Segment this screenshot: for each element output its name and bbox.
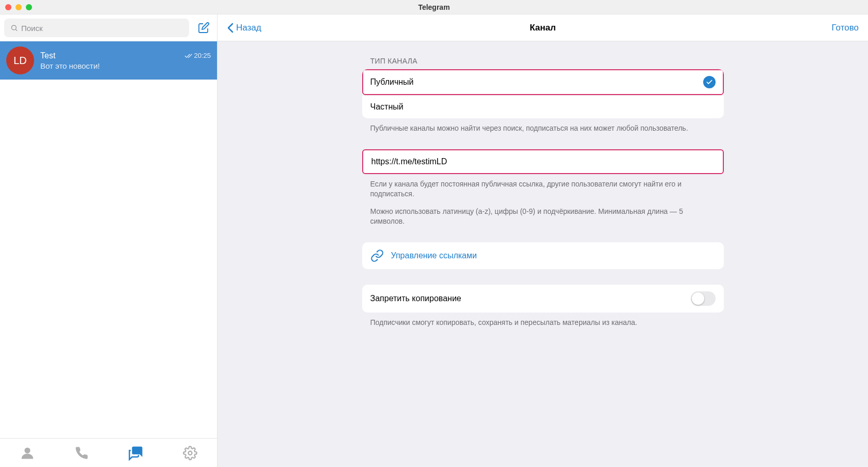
channel-link-row[interactable] xyxy=(363,150,723,173)
sidebar: LD Test 20:25 Вот это новости! xyxy=(0,14,218,467)
window-title: Telegram xyxy=(418,3,450,11)
done-button[interactable]: Готово xyxy=(832,23,859,33)
person-icon xyxy=(20,445,35,461)
chat-time-text: 20:25 xyxy=(194,52,211,59)
svg-point-2 xyxy=(24,447,30,453)
chat-texts: Test 20:25 Вот это новости! xyxy=(40,51,211,70)
link-helper-2: Можно использовать латиницу (a-z), цифры… xyxy=(362,199,724,227)
channel-type-card: Публичный Частный xyxy=(362,69,724,118)
gear-icon xyxy=(183,446,197,460)
chat-list: LD Test 20:25 Вот это новости! xyxy=(0,41,217,438)
content-pane: Назад Канал Готово ТИП КАНАЛА Публичный … xyxy=(218,14,868,467)
search-input[interactable] xyxy=(21,24,183,33)
channel-type-helper: Публичные каналы можно найти через поиск… xyxy=(362,118,724,134)
link-card xyxy=(362,149,724,174)
tab-contacts[interactable] xyxy=(0,439,54,467)
sidebar-bottom-tabs xyxy=(0,438,217,467)
chat-title: Test xyxy=(40,51,55,60)
chat-time: 20:25 xyxy=(184,52,211,59)
tab-calls[interactable] xyxy=(54,439,109,467)
restrict-copy-label: Запретить копирование xyxy=(370,294,461,303)
link-icon xyxy=(370,249,384,262)
double-check-icon xyxy=(184,53,193,59)
restrict-helper: Подписчики смогут копировать, сохранять … xyxy=(362,313,724,328)
chat-preview: Вот это новости! xyxy=(40,61,211,70)
compose-icon xyxy=(197,22,210,34)
channel-type-private-label: Частный xyxy=(370,102,404,112)
content-body: ТИП КАНАЛА Публичный Частный Публичные к… xyxy=(218,41,868,467)
back-label: Назад xyxy=(236,23,261,33)
search-icon xyxy=(10,24,18,32)
svg-point-0 xyxy=(12,25,17,30)
tab-chats[interactable] xyxy=(109,439,163,467)
svg-line-1 xyxy=(16,29,17,31)
chevron-left-icon xyxy=(227,23,234,33)
chat-item[interactable]: LD Test 20:25 Вот это новости! xyxy=(0,41,217,80)
sidebar-top xyxy=(0,14,217,41)
restrict-copy-toggle[interactable] xyxy=(691,291,716,306)
traffic-lights xyxy=(5,4,32,10)
window-titlebar: Telegram xyxy=(0,0,868,14)
page-title: Канал xyxy=(530,23,556,33)
restrict-card: Запретить копирование xyxy=(362,285,724,313)
compose-button[interactable] xyxy=(194,19,213,37)
link-helper-1: Если у канала будет постоянная публичная… xyxy=(362,174,724,199)
avatar: LD xyxy=(6,46,34,74)
channel-type-public[interactable]: Публичный xyxy=(362,69,724,95)
check-icon xyxy=(703,76,716,88)
back-button[interactable]: Назад xyxy=(227,23,261,33)
chats-icon xyxy=(128,445,144,461)
svg-point-3 xyxy=(188,451,192,455)
channel-type-private[interactable]: Частный xyxy=(362,95,724,118)
restrict-copy-row[interactable]: Запретить копирование xyxy=(362,285,724,313)
content-header: Назад Канал Готово xyxy=(218,14,868,41)
manage-links-card: Управление ссылками xyxy=(362,242,724,269)
tab-settings[interactable] xyxy=(163,439,217,467)
channel-type-label: ТИП КАНАЛА xyxy=(362,57,724,69)
channel-link-input[interactable] xyxy=(371,157,715,166)
manage-links-label: Управление ссылками xyxy=(391,251,477,260)
search-field-wrap[interactable] xyxy=(4,19,189,37)
channel-type-public-label: Публичный xyxy=(370,77,414,87)
manage-links-button[interactable]: Управление ссылками xyxy=(362,242,724,269)
window-minimize-button[interactable] xyxy=(16,4,22,10)
window-maximize-button[interactable] xyxy=(26,4,32,10)
window-close-button[interactable] xyxy=(5,4,11,10)
phone-icon xyxy=(74,446,89,460)
